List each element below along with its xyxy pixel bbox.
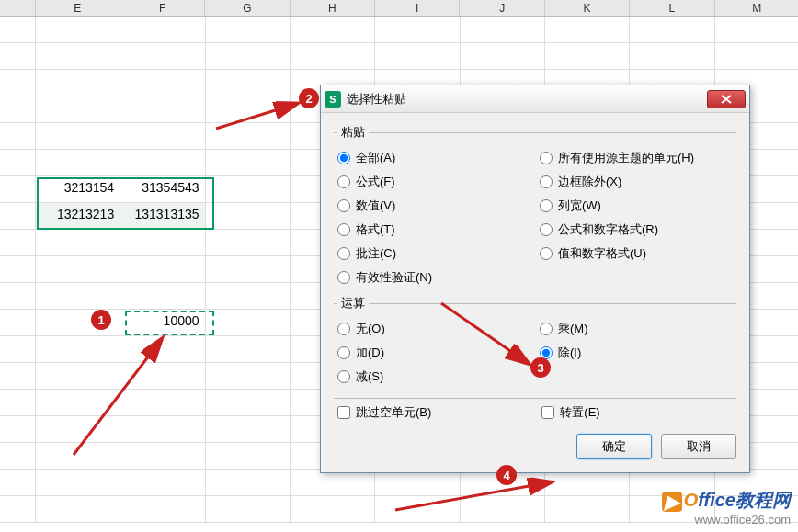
svg-line-0 xyxy=(74,340,161,455)
watermark-icon: ▶ xyxy=(662,492,682,512)
watermark-brand: ▶Office教程网 xyxy=(662,488,791,513)
svg-line-2 xyxy=(441,303,528,363)
svg-line-3 xyxy=(395,482,550,510)
annotation-arrows xyxy=(0,0,798,532)
watermark: ▶Office教程网 www.office26.com xyxy=(662,488,791,526)
watermark-url: www.office26.com xyxy=(662,513,791,526)
svg-line-1 xyxy=(216,104,296,129)
